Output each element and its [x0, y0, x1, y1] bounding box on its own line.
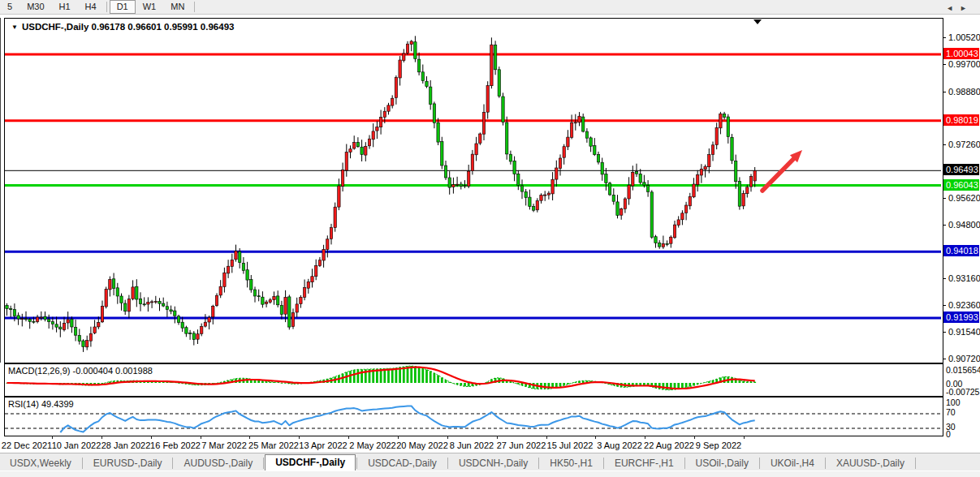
- price-tick-label: 0.98880: [948, 87, 980, 97]
- price-tick-mark: [943, 64, 946, 65]
- candle-body: [59, 327, 62, 329]
- price-axis[interactable]: 1.005200.997000.988800.972600.956200.948…: [943, 18, 980, 472]
- macd-histogram-bar: [517, 383, 520, 385]
- candle-body: [624, 199, 626, 208]
- tab-audusd-daily[interactable]: AUDUSD-,Daily: [174, 456, 262, 471]
- price-tick-label: 1.00520: [948, 32, 980, 43]
- candle-body: [673, 225, 676, 238]
- timeframe-button-W1[interactable]: W1: [136, 0, 164, 14]
- candle-body: [654, 237, 657, 243]
- candle-body: [330, 228, 332, 239]
- candle-body: [387, 105, 390, 111]
- tab-separator: [915, 458, 916, 469]
- tab-eurusd-daily[interactable]: EURUSD-,Daily: [84, 456, 172, 471]
- candle-body: [288, 297, 291, 327]
- candle-body: [136, 286, 138, 299]
- candle-body: [376, 127, 378, 131]
- tab-hk50-h1[interactable]: HK50-,H1: [540, 456, 602, 471]
- tab-usdcnh-daily[interactable]: USDCNH-,Daily: [449, 456, 537, 471]
- mt4-chart-screen: 5M30H1H4D1W1MN ▼USDCHF-,Daily 0.96178 0.…: [0, 0, 980, 477]
- tab-xauusd-daily[interactable]: XAUUSD-,Daily: [827, 456, 914, 471]
- candlestick-plot[interactable]: [5, 19, 941, 361]
- candle-body: [646, 186, 649, 192]
- candle-body: [498, 70, 500, 97]
- macd-histogram-bar: [425, 370, 428, 383]
- candle-body: [650, 192, 653, 237]
- timeframe-toolbar: 5M30H1H4D1W1MN: [0, 0, 980, 15]
- time-axis[interactable]: 22 Dec 202110 Jan 202228 Jan 202216 Feb …: [0, 436, 942, 453]
- candle-body: [441, 142, 443, 165]
- candle-body: [208, 317, 210, 322]
- candle-body: [97, 323, 100, 327]
- candle-body: [517, 174, 520, 185]
- candle-body: [212, 306, 214, 317]
- candle-body: [139, 299, 141, 303]
- timeframe-button-5[interactable]: 5: [0, 0, 19, 14]
- candle-body: [697, 175, 699, 185]
- candle-body: [51, 322, 54, 324]
- candle-body: [231, 260, 233, 266]
- macd-histogram-bar: [430, 372, 432, 384]
- candle-body: [635, 172, 637, 174]
- timeframe-button-H4[interactable]: H4: [78, 0, 104, 14]
- candle-body: [567, 137, 569, 147]
- tab-usoil-daily[interactable]: USOil-,Daily: [686, 456, 758, 471]
- candle-body: [257, 296, 260, 297]
- candle-body: [559, 158, 561, 168]
- macd-panel[interactable]: MACD(12,26,9) -0.000404 0.001988: [4, 363, 943, 397]
- candle-body: [188, 333, 191, 334]
- candle-body: [28, 320, 31, 322]
- candle-body: [284, 297, 287, 314]
- candle-body: [468, 171, 470, 187]
- rsi-panel[interactable]: RSI(14) 49.4399: [4, 397, 943, 436]
- candle-body: [693, 184, 695, 197]
- macd-axis-label: -0.00725: [946, 387, 979, 398]
- candle-body: [704, 166, 706, 170]
- macd-histogram-bar: [357, 369, 360, 383]
- tab-usdchf-daily[interactable]: USDCHF-,Daily: [265, 454, 356, 472]
- timeframe-button-D1[interactable]: D1: [110, 0, 136, 14]
- dropdown-icon[interactable]: ▼: [11, 24, 18, 31]
- timeframe-button-M30[interactable]: M30: [19, 0, 51, 14]
- price-badge-0.96043: 0.96043: [943, 179, 979, 191]
- candle-body: [563, 147, 565, 158]
- tab-scroll-arrows: ◄►: [946, 4, 974, 12]
- candle-body: [215, 295, 218, 306]
- candle-body: [391, 98, 394, 105]
- macd-histogram-bar: [387, 368, 390, 383]
- candle-body: [219, 286, 222, 295]
- candle-body: [242, 263, 244, 270]
- candle-body: [55, 324, 58, 327]
- time-tick-mark: [151, 436, 152, 439]
- candle-body: [464, 186, 466, 187]
- tab-separator: [263, 458, 264, 469]
- candle-body: [127, 299, 130, 312]
- candle-body: [540, 196, 542, 201]
- candle-body: [601, 162, 603, 174]
- chart-title: ▼USDCHF-,Daily 0.96178 0.96601 0.95991 0…: [11, 22, 234, 32]
- candle-body: [105, 289, 107, 307]
- candle-body: [322, 249, 325, 260]
- candle-body: [547, 193, 550, 195]
- timeframe-button-MN[interactable]: MN: [163, 0, 192, 14]
- tab-eurchf-h1[interactable]: EURCHF-,H1: [605, 456, 684, 471]
- price-tick-mark: [943, 37, 946, 38]
- candle-body: [525, 192, 527, 198]
- candle-body: [78, 335, 80, 341]
- candle-body: [658, 243, 661, 247]
- tab-scroll-left-icon[interactable]: ◄: [946, 4, 960, 12]
- tab-separator: [356, 458, 357, 469]
- timeframe-button-H1[interactable]: H1: [52, 0, 78, 14]
- tab-ukoil-h4[interactable]: UKOil-,H4: [761, 456, 824, 471]
- tab-scroll-right-icon[interactable]: ►: [960, 4, 974, 12]
- shift-marker-icon[interactable]: [753, 19, 762, 24]
- price-badge-0.98019: 0.98019: [943, 114, 979, 126]
- candle-body: [116, 288, 119, 296]
- main-chart-window[interactable]: ▼USDCHF-,Daily 0.96178 0.96601 0.95991 0…: [4, 18, 943, 363]
- candle-body: [93, 327, 96, 333]
- candle-body: [582, 117, 585, 131]
- price-badge-0.91993: 0.91993: [943, 312, 979, 323]
- tab-usdx-weekly[interactable]: USDX,Weekly: [0, 456, 81, 471]
- candle-body: [551, 179, 554, 194]
- tab-usdcad-daily[interactable]: USDCAD-,Daily: [358, 456, 447, 471]
